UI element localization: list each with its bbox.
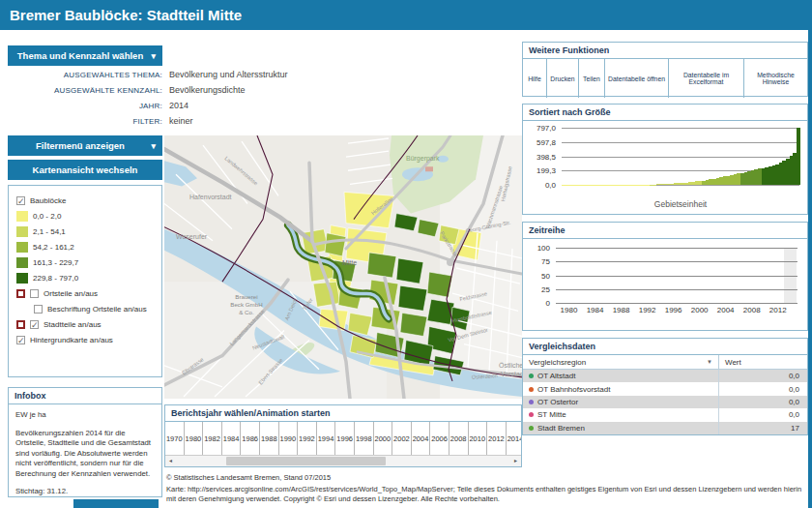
region-color-dot (529, 374, 534, 378)
map-label-brauerei-2: Beck GmbH (230, 301, 262, 308)
compare-title: Vergleichsdaten (523, 339, 807, 355)
compare-table-header: Vergleichsregion Wert (523, 355, 807, 370)
compare-row[interactable]: OT Bahnhofsvorstadt0,0 (523, 382, 807, 395)
timeline-year-cell[interactable]: 2002 (392, 422, 412, 455)
timeseries-gridline (556, 303, 798, 304)
map-label-mitte: Mitte (342, 259, 357, 266)
compare-panel: Vergleichsdaten Vergleichsregion Wert OT… (522, 338, 808, 435)
scroll-right-icon[interactable] (510, 456, 521, 466)
selected-kennzahl-value: Bevölkerungsdichte (169, 85, 462, 95)
timeline-year-cell[interactable]: 1980 (185, 422, 204, 455)
scrollbar-thumb[interactable] (226, 457, 387, 465)
map-label-hafenvorstadt: Hafenvorstadt (189, 194, 232, 200)
timeline-year-cell[interactable]: 1984 (222, 422, 242, 455)
timeseries-xtick: 2000 (691, 306, 709, 314)
region-value: 0,0 (718, 396, 807, 408)
print-button-label: Drucken (550, 75, 574, 82)
infobox-paragraph: Bevölkerungszahlen 2014 für die Ortsteil… (15, 429, 155, 480)
map-label-vorstadt: Vorstadt (501, 371, 522, 377)
timeseries-xtick: 2004 (717, 306, 735, 314)
infobox-unit: EW je ha (15, 410, 155, 421)
sorted-chart-ytick: 597,8 (536, 137, 556, 146)
legend-swatch-class2 (16, 226, 28, 237)
timeline-year-cell[interactable]: 2014 (507, 422, 521, 455)
sort-descending-icon (707, 359, 712, 365)
ortsteile-toggle-label: Ortsteile an/aus (44, 289, 98, 298)
compare-region-column-header[interactable]: Vergleichsregion (523, 358, 718, 367)
timeline-years: 1970198019821984198619881990199219941996… (165, 422, 521, 456)
compare-row[interactable]: OT Altstadt0,0 (523, 370, 807, 382)
compare-value-column-header: Wert (718, 355, 807, 369)
timeseries-ytick: 50 (541, 271, 550, 280)
sorted-chart-title: Sortiert nach Größe (523, 105, 807, 121)
sorted-chart-ytick: 199,3 (536, 166, 556, 175)
timeseries-xtick: 2008 (743, 306, 761, 314)
beschriftung-ortsteile-checkbox[interactable] (34, 305, 43, 314)
sorted-chart-yaxis: 797,0597,8398,5199,30,0 (523, 128, 560, 185)
timeline-year-cell[interactable]: 2006 (430, 422, 450, 455)
legend-class3-label: 54,2 - 161,2 (33, 243, 74, 252)
scroll-left-icon[interactable] (165, 456, 176, 466)
timeseries-xtick: 2012 (769, 306, 787, 314)
compare-row[interactable]: OT Ostertor0,0 (523, 396, 807, 408)
excel-export-button[interactable]: Datentabelle im Excelformat (669, 59, 744, 98)
copyright-line1: © Statistisches Landesamt Bremen, Stand … (166, 473, 806, 483)
timeline-year-cell[interactable]: 2004 (412, 422, 431, 455)
timeline-year-cell[interactable]: 1970 (165, 422, 185, 455)
timeline-year-cell[interactable]: 2008 (450, 422, 469, 455)
methodology-button[interactable]: Methodische Hinweise (744, 59, 807, 98)
help-button[interactable]: Hilfe (523, 59, 547, 98)
compare-row[interactable]: ST Mitte0,0 (523, 408, 807, 421)
map-copyright: © Statistisches Landesamt Bremen, Stand … (166, 473, 806, 504)
timeseries-ytick: 0 (546, 299, 550, 308)
timeline-year-cell[interactable]: 1998 (355, 422, 374, 455)
timeline-year-cell[interactable]: 1982 (203, 422, 222, 455)
timeline-year-cell[interactable]: 1996 (335, 422, 355, 455)
map-label-brauerei-3: & Co. (239, 309, 254, 315)
compare-row[interactable]: Stadt Bremen17 (523, 422, 807, 434)
selected-theme-value: Bevölkerung und Altersstruktur (169, 70, 462, 79)
legend-panel: Baublöcke 0,0 - 2,0 2,1 - 54,1 54,2 - 16… (8, 185, 162, 377)
filter-value: keiner (169, 116, 462, 126)
timeseries-ytick: 75 (541, 257, 550, 266)
infobox-panel: Infobox EW je ha Bevölkerungszahlen 2014… (8, 387, 162, 497)
map[interactable]: Hafenvorstadt Weserufer Bürgerpark Mitte… (164, 135, 522, 399)
timeline-year-cell[interactable]: 1994 (317, 422, 336, 455)
map-label-buergerpark: Bürgerpark (406, 155, 440, 163)
thema-kennzahl-button[interactable]: Thema und Kennzahl wählen (8, 45, 162, 66)
timeline-year-cell[interactable]: 1988 (260, 422, 279, 455)
timeline-year-cell[interactable]: 1992 (298, 422, 317, 455)
ortsteile-checkbox[interactable] (30, 289, 39, 298)
timeseries-plot: 198019841988199219962000200420082012 (556, 248, 798, 303)
region-name: OT Bahnhofsvorstadt (537, 385, 610, 394)
map-label-oestliche: Östliche (499, 362, 522, 369)
timeline-year-cell[interactable]: 1990 (279, 422, 299, 455)
timeline-year-cell[interactable]: 2012 (487, 422, 507, 455)
timeseries-yaxis: 1007550250 (523, 248, 554, 303)
share-button[interactable]: Teilen (579, 59, 605, 98)
timeseries-title: Zeitreihe (523, 223, 807, 239)
page-edge-strip (808, 0, 812, 508)
timeseries-gridline (556, 261, 798, 262)
filtermenu-button[interactable]: Filtermenü anzeigen (8, 135, 162, 156)
timeline-year-cell[interactable]: 2010 (469, 422, 488, 455)
baubloecke-checkbox[interactable] (16, 196, 25, 205)
timeline-year-cell[interactable]: 2000 (374, 422, 393, 455)
year-label: JAHR: (8, 102, 162, 110)
print-button[interactable]: Drucken (547, 59, 579, 98)
timeline-scrollbar[interactable] (165, 456, 521, 466)
sorted-chart-ytick: 398,5 (536, 152, 556, 161)
open-datatable-button[interactable]: Datentabelle öffnen (605, 59, 669, 98)
region-color-dot (529, 400, 534, 404)
region-color-dot (529, 412, 534, 417)
ortsteile-boundary-swatch (16, 289, 25, 298)
timeline-year-cell[interactable]: 1986 (241, 422, 260, 455)
methodology-label: Methodische Hinweise (747, 72, 804, 85)
legend-class4-label: 161,3 - 229,7 (33, 258, 78, 267)
selected-theme-label: AUSGEWÄHLTES THEMA: (8, 71, 162, 79)
hintergrundkarte-checkbox[interactable] (16, 336, 25, 344)
thema-kennzahl-button-label: Thema und Kennzahl wählen (17, 50, 143, 61)
kartenansicht-button[interactable]: Kartenansicht wechseln (8, 160, 162, 180)
stadtteile-checkbox[interactable] (30, 320, 39, 329)
region-name: OT Altstadt (537, 372, 575, 380)
